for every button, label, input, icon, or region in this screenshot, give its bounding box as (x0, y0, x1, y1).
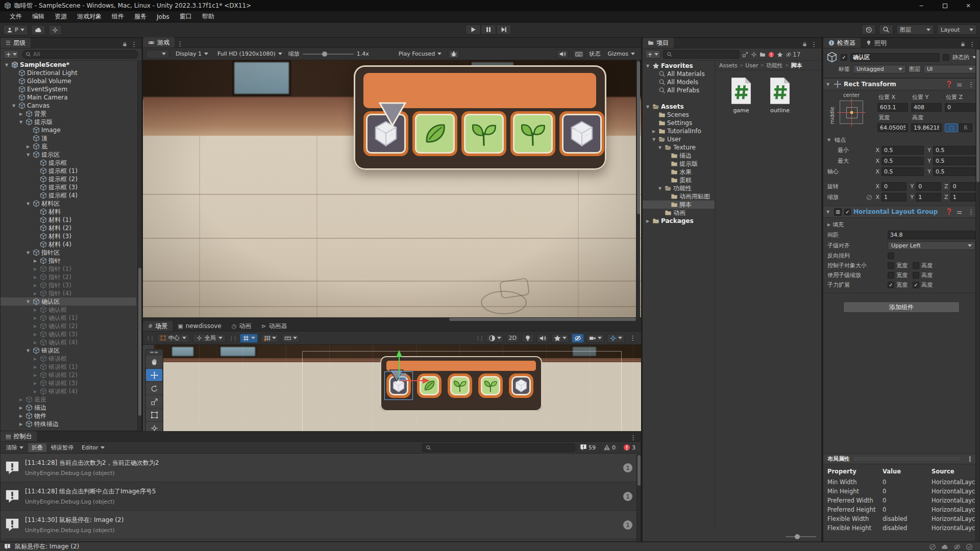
menu-文件[interactable]: 文件 (5, 11, 27, 22)
asset-game-script[interactable]: game (726, 77, 756, 114)
hierarchy-item-Image[interactable]: Image (1, 126, 136, 134)
hand-tool-button[interactable] (146, 356, 162, 368)
play-focused-dropdown[interactable]: Play Focused (396, 49, 445, 59)
mute-audio-button[interactable] (556, 49, 569, 59)
expand-arrow[interactable]: ▶ (651, 129, 657, 134)
game-menu-icon[interactable]: ⋮ (175, 40, 185, 47)
maximize-button[interactable] (933, 0, 957, 11)
hierarchy-item-指针 (1)[interactable]: ▶指针 (1) (1, 265, 136, 273)
console-editor-dropdown[interactable]: Editor (78, 443, 108, 452)
hierarchy-item-材料 (2)[interactable]: 材料 (2) (1, 224, 136, 232)
expand-arrow[interactable]: ▶ (18, 422, 24, 427)
console-clear-button[interactable]: 清除 (3, 443, 27, 452)
hierarchy-item-EventSystem[interactable]: EventSystem (1, 85, 136, 93)
pos-y-field[interactable] (911, 103, 942, 112)
help-icon[interactable]: ❓ (945, 208, 953, 215)
breadcrumb-功能性[interactable]: 功能性 (766, 62, 783, 69)
lock-icon[interactable] (802, 41, 807, 47)
tab-lighting[interactable]: 照明 (861, 38, 892, 48)
help-icon[interactable]: ❓ (945, 81, 953, 88)
hierarchy-item-错误框 (4)[interactable]: ▶错误框 (4) (1, 387, 136, 395)
static-checkbox[interactable] (943, 54, 949, 61)
anchor-min-y[interactable] (933, 146, 975, 155)
project-item-蛋糕[interactable]: 蛋糕 (643, 176, 715, 184)
camera-settings-dropdown[interactable] (586, 334, 604, 343)
hierarchy-item-确认框 (4)[interactable]: ▶确认框 (4) (1, 338, 136, 346)
layout-dropdown[interactable]: Layout (937, 24, 977, 35)
inspector-scrollbar[interactable] (975, 48, 979, 541)
hierarchy-item-材料区[interactable]: ▼材料区 (1, 199, 136, 208)
menu-编辑[interactable]: 编辑 (28, 11, 49, 22)
minimize-button[interactable]: ─ (910, 0, 933, 11)
anchor-max-x[interactable] (881, 157, 924, 165)
breadcrumb-User[interactable]: User (745, 62, 758, 69)
display-dropdown[interactable]: Display 1 (173, 49, 211, 59)
project-item-提示版[interactable]: 提示版 (643, 160, 715, 168)
expand-arrow[interactable]: ▼ (645, 105, 651, 109)
project-item-水果[interactable]: 水果 (643, 168, 715, 176)
hierarchy-scrollbar[interactable] (137, 61, 141, 431)
hierarchy-item-提示区[interactable]: ▼提示区 (1, 151, 136, 159)
expand-arrow[interactable]: ▼ (657, 186, 663, 191)
hierarchy-item-提示框 (1)[interactable]: 提示框 (1) (1, 167, 136, 175)
pause-button[interactable] (481, 24, 496, 35)
zoom-slider[interactable] (303, 54, 354, 55)
expand-arrow[interactable]: ▶ (32, 357, 38, 361)
expand-arrow[interactable]: ▶ (645, 219, 651, 223)
hierarchy-item-材料 (3)[interactable]: 材料 (3) (1, 232, 136, 240)
project-item-All Materials[interactable]: All Materials (643, 70, 715, 78)
width-field[interactable] (877, 123, 908, 132)
expand-arrow[interactable]: ▼ (18, 120, 24, 124)
orientation-dropdown[interactable]: 全局 (193, 334, 226, 343)
console-search-input[interactable] (433, 444, 572, 451)
tab-game[interactable]: 游戏 (143, 37, 175, 47)
menu-组件[interactable]: 组件 (107, 11, 129, 22)
expand-arrow[interactable]: ▼ (25, 153, 31, 157)
usescale-height-checkbox[interactable] (913, 272, 919, 279)
game-view-mode-dropdown[interactable] (146, 49, 169, 59)
search-by-importlog-icon[interactable] (768, 52, 774, 58)
breadcrumb-脚本[interactable]: 脚本 (791, 62, 802, 69)
hierarchy-item-SampleScene*[interactable]: ▼SampleScene* (1, 61, 136, 69)
layout-properties-menu-icon[interactable]: ⋮ (965, 455, 975, 463)
gizmos-visibility-dropdown[interactable] (607, 334, 625, 343)
expand-arrow[interactable]: ▼ (11, 104, 17, 108)
breadcrumb-Assets[interactable]: Assets (719, 62, 738, 69)
global-search-button[interactable] (879, 24, 893, 35)
hierarchy-item-物件[interactable]: ▶物件 (1, 412, 136, 420)
pivot-dropdown[interactable]: 中心 (157, 334, 190, 343)
input-debug-button[interactable] (573, 49, 585, 59)
raw-edit-mode-button[interactable]: R (959, 123, 972, 132)
scale-z[interactable] (950, 193, 975, 202)
services-button[interactable] (48, 25, 62, 35)
hierarchy-item-错误框 (3)[interactable]: ▶错误框 (3) (1, 379, 136, 387)
expand-arrow[interactable]: ▶ (32, 291, 38, 296)
expand-arrow[interactable]: ▶ (32, 283, 38, 288)
expand-arrow[interactable]: ▶ (32, 259, 38, 263)
hierarchy-item-指针[interactable]: ▶指针 (1, 257, 136, 265)
expand-arrow[interactable]: ▶ (18, 406, 24, 410)
tab-scene-动画器[interactable]: ⊳动画器 (256, 321, 292, 331)
hierarchy-item-Global Volume[interactable]: Global Volume (1, 77, 136, 85)
tag-dropdown[interactable]: Untagged (853, 65, 906, 73)
project-item-动画[interactable]: 动画 (643, 209, 715, 217)
rotation-z[interactable] (950, 182, 975, 191)
expand-arrow[interactable]: ▶ (32, 381, 38, 386)
hierarchy-item-顶[interactable]: 顶 (1, 134, 136, 142)
scene-audio-button[interactable] (536, 334, 549, 343)
ctrl-width-checkbox[interactable] (888, 262, 894, 269)
project-item-动画用贴图[interactable]: 动画用贴图 (643, 192, 715, 201)
anchor-max-y[interactable] (933, 157, 975, 165)
expand-arrow[interactable]: ▶ (32, 316, 38, 320)
hierarchy-item-背景[interactable]: ▶背景 (1, 110, 136, 118)
expand-arrow[interactable]: ▶ (32, 389, 38, 394)
snap-settings-button[interactable] (261, 334, 279, 343)
status-message[interactable]: 鼠标悬停在: Image (2) (15, 542, 79, 551)
error-count-toggle[interactable]: 3 (620, 443, 639, 452)
search-by-label-icon[interactable] (760, 52, 766, 58)
project-search[interactable] (663, 50, 740, 59)
hierarchy-item-确认框 (3)[interactable]: ▶确认框 (3) (1, 330, 136, 338)
rotate-tool-button[interactable] (146, 382, 162, 394)
project-item-Settings[interactable]: Settings (643, 119, 715, 127)
component-menu-icon[interactable]: ⋮ (966, 81, 976, 88)
